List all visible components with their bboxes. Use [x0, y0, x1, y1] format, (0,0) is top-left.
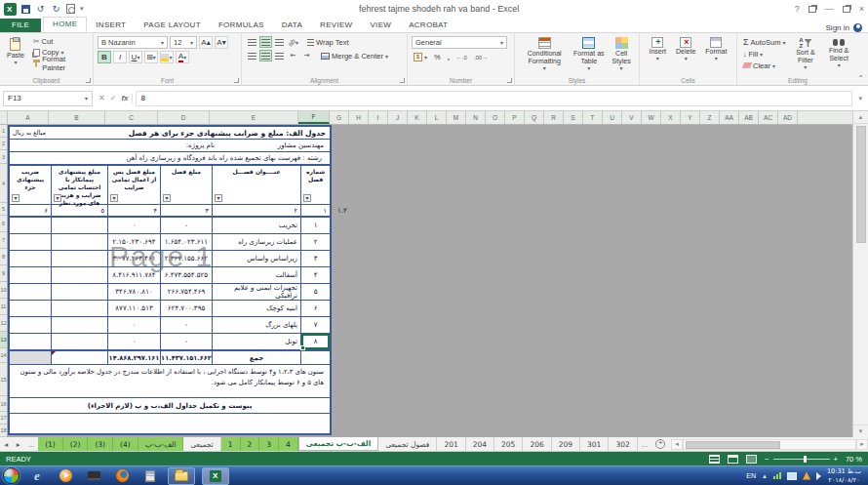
chapter-title-cell[interactable]: ابنیه کوچک	[212, 301, 300, 316]
total-row[interactable]: جمع ۱۱.۴۳۷.۱۵۱.۶۶۲ ۱۴.۸۶۸.۲۹۷.۱۶۱	[10, 350, 330, 365]
shrink-font-button[interactable]: A▾	[215, 36, 228, 49]
column-header[interactable]: Q	[525, 111, 544, 124]
sheet-tab[interactable]: 209	[552, 437, 580, 451]
sign-in-button[interactable]: Sign in	[826, 23, 868, 32]
paste-button[interactable]: Paste▾	[4, 37, 27, 67]
insert-function-icon[interactable]: fx	[121, 94, 128, 102]
coefficient-cell[interactable]	[10, 284, 51, 300]
formula-input[interactable]: 8	[136, 91, 853, 106]
header-chapter-no[interactable]: شماره فصل	[300, 166, 330, 204]
table-row[interactable]: ۷ پلهای بزرگ - ۰	[10, 317, 330, 334]
col-num-1[interactable]: ۱	[300, 205, 330, 216]
ribbon-tab[interactable]: FORMULAS	[210, 19, 273, 32]
column-header[interactable]: AC	[759, 111, 778, 124]
chapter-no-cell[interactable]: ۳	[300, 251, 330, 266]
enter-icon[interactable]: ✓	[110, 94, 117, 102]
expand-formula-bar-icon[interactable]: ▾	[855, 95, 865, 102]
normal-view-icon[interactable]	[709, 455, 720, 464]
header-contractor-bid[interactable]: مبلغ پیشنهادی پیمانکار با احتساب تمامی ض…	[51, 166, 107, 204]
excel-taskbar-button[interactable]	[202, 467, 229, 485]
column-header[interactable]: AA	[720, 111, 739, 124]
column-header[interactable]: D	[158, 111, 210, 124]
row-header[interactable]: 1	[0, 125, 7, 138]
filter-dropdown-icon[interactable]	[163, 194, 171, 202]
total-label-cell[interactable]: جمع	[212, 351, 300, 364]
row-header[interactable]: 4	[0, 164, 7, 203]
footnote-row[interactable]: ستون های ۱،۲،۳ و۴ توسط دستگاه اجرایی ، ب…	[10, 365, 330, 398]
chapter-no-cell[interactable]: ۲	[300, 234, 330, 250]
contractor-bid-cell[interactable]	[51, 267, 107, 283]
consultant-row[interactable]: مهندسین مشاور نام پروژه:	[10, 140, 330, 152]
header-chapter-title[interactable]: عنــــوان فصـــل	[212, 166, 300, 204]
row-header[interactable]: 18	[0, 424, 7, 437]
annex-note-row[interactable]: پیوست و تکمیل جداول الف،ب و پ (لازم الاج…	[10, 398, 330, 414]
select-all-corner[interactable]	[0, 111, 8, 124]
chapter-amount-cell[interactable]: -	[160, 218, 212, 233]
new-sheet-icon[interactable]	[655, 439, 665, 449]
column-header[interactable]: O	[486, 111, 505, 124]
column-header[interactable]: K	[408, 111, 427, 124]
autosum-button[interactable]: AutoSum▾	[741, 37, 787, 48]
help-icon[interactable]: ?	[795, 4, 800, 14]
internet-explorer-icon[interactable]: e	[26, 467, 48, 484]
sheet-tab[interactable]: 2	[241, 437, 260, 451]
chapter-title-cell[interactable]: زیراساس واساس	[212, 251, 300, 266]
total-amount-cell[interactable]: ۱۱.۴۳۷.۱۵۱.۶۶۲	[160, 351, 212, 364]
row-header[interactable]: 2	[0, 138, 7, 150]
ribbon-display-options-icon[interactable]	[809, 6, 816, 13]
alert-icon[interactable]	[803, 472, 810, 480]
column-header[interactable]: P	[505, 111, 525, 124]
ribbon-tab[interactable]: REVIEW	[311, 19, 361, 32]
column-header[interactable]: N	[466, 111, 486, 124]
fill-color-button[interactable]: ▾	[160, 51, 174, 63]
conditional-formatting-button[interactable]: Conditional Formatting▾	[519, 36, 570, 73]
contractor-bid-cell[interactable]	[51, 284, 107, 300]
column-header[interactable]: S	[564, 111, 583, 124]
find-select-button[interactable]: Find & Select▾	[823, 38, 854, 70]
fill-button[interactable]: ↓Fill▾	[741, 49, 787, 60]
row-header[interactable]: 6	[0, 216, 7, 232]
col-num-4[interactable]: ۴	[107, 205, 160, 216]
sheet-tab[interactable]: فصول تجمیعی	[378, 437, 437, 451]
clock[interactable]: 10:31 ب.ظ ۲۰۱۸/۰۸/۲۰	[827, 467, 865, 484]
column-header[interactable]: V	[622, 111, 642, 124]
chapter-title-cell[interactable]: تجهیزات ایمنی و علایم ترافیکی	[212, 284, 300, 300]
sheet-tab[interactable]: 3	[259, 437, 279, 451]
total-no-cell[interactable]	[300, 351, 330, 364]
row-header[interactable]: 3	[0, 150, 7, 164]
cancel-icon[interactable]: ✕	[99, 94, 105, 102]
column-header[interactable]: AB	[739, 111, 759, 124]
media-player-icon[interactable]	[55, 467, 76, 484]
format-as-table-button[interactable]: Format as Table▾	[570, 36, 608, 73]
sheet-tab[interactable]: (3)	[88, 437, 113, 451]
vertical-scroll-thumb[interactable]	[856, 126, 866, 243]
column-header[interactable]: G	[330, 111, 349, 124]
language-indicator[interactable]: EN	[746, 472, 756, 479]
coefficient-cell[interactable]	[10, 317, 51, 333]
number-dialog-launcher-icon[interactable]	[507, 78, 512, 83]
font-dialog-launcher-icon[interactable]	[234, 78, 239, 83]
chapter-amount-cell[interactable]: ۶۲۴.۷۰۰.۳۹۵	[160, 301, 212, 316]
volume-icon[interactable]	[816, 472, 821, 480]
scroll-left-icon[interactable]: ◄	[671, 439, 683, 450]
clear-button[interactable]: Clear▾	[741, 61, 787, 71]
sheet-tab[interactable]: 201	[437, 437, 465, 451]
vertical-scrollbar[interactable]: ▲ ▼	[852, 111, 868, 437]
contractor-bid-cell[interactable]	[51, 234, 107, 250]
chapter-no-cell[interactable]: ۷	[300, 317, 330, 333]
sheet-tab[interactable]: 1	[221, 437, 241, 451]
delete-cells-button[interactable]: Delete▾	[673, 36, 698, 63]
total-bid-cell[interactable]	[51, 351, 107, 364]
alignment-dialog-launcher-icon[interactable]	[400, 78, 405, 83]
cells-area[interactable]: 1 2 3 4 5 6 7 8 9 10 11 12 13 14 15 16 1…	[0, 125, 852, 437]
column-header[interactable]: L	[427, 111, 447, 124]
zoom-out-icon[interactable]: −	[765, 455, 769, 464]
insert-cells-button[interactable]: Insert▾	[647, 36, 670, 63]
tab-overflow-right[interactable]: ...	[638, 437, 651, 451]
tab-scroll-right-icon[interactable]: ►	[12, 437, 23, 451]
contractor-bid-cell[interactable]	[51, 251, 107, 266]
chapter-title-cell[interactable]: عملیات زیرسازی راه	[212, 234, 300, 250]
percent-style-button[interactable]: %	[432, 52, 443, 62]
borders-button[interactable]: ⊞▾	[144, 51, 158, 63]
chapter-no-cell[interactable]: ۴	[300, 267, 330, 283]
